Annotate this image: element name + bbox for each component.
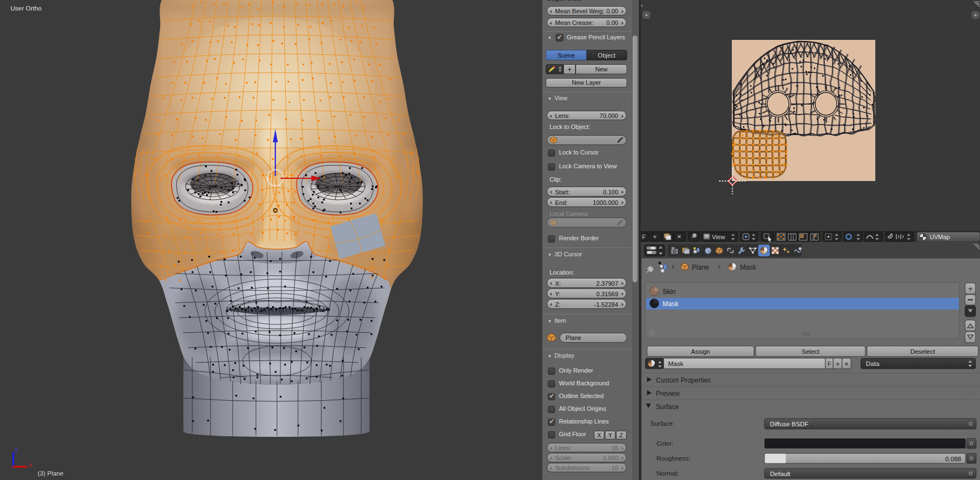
svg-text:::::: :::: (967, 391, 974, 397)
svg-text:View: View (712, 234, 725, 240)
svg-text:User Ortho: User Ortho (11, 5, 42, 12)
svg-text:Surface: Surface (656, 403, 679, 411)
svg-text:Select: Select (802, 348, 820, 355)
svg-text:Surface:: Surface: (650, 420, 674, 427)
svg-text:+: + (974, 12, 977, 18)
svg-text:Mask: Mask (668, 360, 684, 367)
svg-text:(3) Plane: (3) Plane (38, 470, 64, 477)
svg-text:Assign: Assign (691, 348, 710, 355)
svg-text:UVMap: UVMap (930, 234, 950, 240)
svg-text:Normal:: Normal: (656, 470, 679, 477)
svg-text:Roughness:: Roughness: (656, 455, 690, 462)
svg-text:Custom Properties: Custom Properties (656, 376, 711, 384)
svg-text:+: + (968, 285, 973, 293)
svg-text:x: x (29, 461, 32, 469)
svg-text:Preview: Preview (656, 390, 680, 398)
svg-text:+: + (835, 360, 840, 368)
svg-text:::::: :::: (967, 405, 974, 410)
svg-text:Skin: Skin (663, 288, 675, 296)
svg-text:Diffuse BSDF: Diffuse BSDF (770, 421, 808, 427)
svg-text:0.088: 0.088 (945, 456, 961, 462)
svg-text:F: F (642, 234, 645, 240)
svg-text:z: z (14, 446, 18, 454)
svg-text:F: F (828, 360, 832, 367)
svg-text:Color:: Color: (656, 440, 674, 447)
svg-text:Data: Data (866, 360, 880, 367)
svg-text:Plane: Plane (692, 264, 709, 271)
svg-text:Deselect: Deselect (910, 348, 936, 355)
svg-text:Mask: Mask (740, 264, 757, 271)
svg-text:+: + (653, 233, 656, 241)
svg-text:Default: Default (770, 471, 791, 477)
svg-text:✕: ✕ (844, 361, 849, 367)
svg-text:+: + (645, 12, 648, 18)
svg-text:Mask: Mask (663, 300, 679, 308)
svg-text:::::: :::: (967, 378, 974, 384)
svg-text:✕: ✕ (677, 234, 681, 240)
